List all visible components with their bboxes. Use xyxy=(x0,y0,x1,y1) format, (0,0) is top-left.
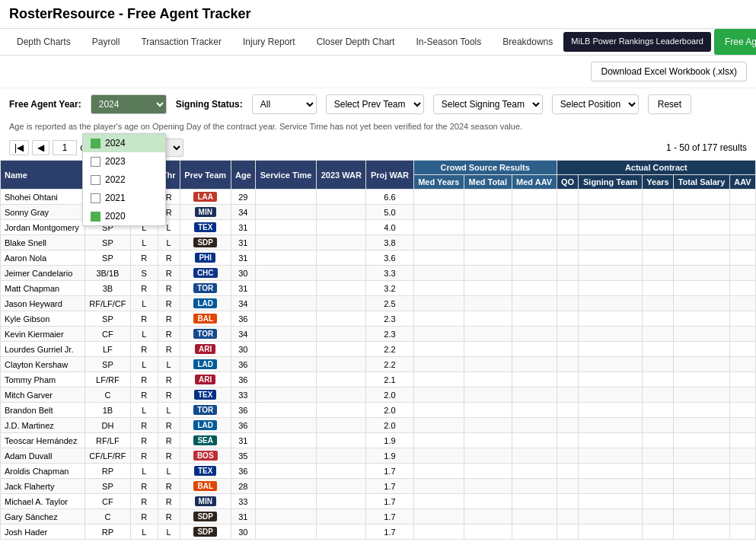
player-med-years xyxy=(413,235,464,250)
nav-injury-report[interactable]: Injury Report xyxy=(232,29,306,55)
team-badge: CHC xyxy=(193,268,218,278)
player-proj-war: 2.5 xyxy=(366,296,413,311)
player-qo xyxy=(557,494,579,509)
player-prev-team: TEX xyxy=(180,464,231,479)
first-page-button[interactable]: |◀ xyxy=(9,140,29,155)
player-med-aav xyxy=(512,190,557,205)
player-prev-team: LAD xyxy=(180,357,231,372)
checkbox-2022[interactable] xyxy=(91,175,100,185)
signing-status-select[interactable]: All Signed Unsigned xyxy=(252,94,317,114)
player-total-sal xyxy=(674,464,730,479)
position-select[interactable]: Select Position xyxy=(552,94,639,114)
player-signing-team xyxy=(579,403,643,418)
player-total-sal xyxy=(674,418,730,433)
dropdown-item-2023[interactable]: 2023 xyxy=(83,152,165,171)
th-years: Years xyxy=(643,175,674,190)
team-badge: MIN xyxy=(195,207,216,217)
player-qo xyxy=(557,418,579,433)
nav-in-season-tools[interactable]: In-Season Tools xyxy=(405,29,492,55)
player-aav xyxy=(729,190,755,205)
player-signing-team xyxy=(579,509,643,525)
player-name: Sonny Gray xyxy=(1,205,85,220)
player-name: Michael A. Taylor xyxy=(1,494,85,509)
signing-status-label: Signing Status: xyxy=(176,99,243,110)
player-signing-team xyxy=(579,357,643,372)
player-qo xyxy=(557,266,579,281)
player-signing-team xyxy=(579,342,643,357)
th-age: Age xyxy=(231,161,255,190)
player-pos: C xyxy=(85,509,130,525)
player-name: Kevin Kiermaier xyxy=(1,327,85,342)
player-bats: R xyxy=(131,479,158,494)
player-prev-team: BOS xyxy=(180,448,231,464)
checkbox-2023[interactable] xyxy=(91,157,100,167)
player-aav xyxy=(729,296,755,311)
th-proj-war: Proj WAR xyxy=(366,161,413,190)
player-signing-team xyxy=(579,296,643,311)
reset-button[interactable]: Reset xyxy=(648,94,691,114)
player-bats: R xyxy=(131,494,158,509)
player-signing-team xyxy=(579,311,643,327)
signing-team-select[interactable]: Select Signing Team xyxy=(433,94,543,114)
dropdown-item-2024[interactable]: 2024 xyxy=(83,134,165,152)
prev-page-button[interactable]: ◀ xyxy=(32,140,49,155)
player-age: 35 xyxy=(231,448,255,464)
player-total-sal xyxy=(674,525,730,540)
player-med-total xyxy=(464,403,512,418)
player-thr: R xyxy=(158,479,180,494)
player-med-years xyxy=(413,250,464,266)
player-years xyxy=(643,494,674,509)
dropdown-item-2021[interactable]: 2021 xyxy=(83,189,165,207)
player-proj-war: 1.7 xyxy=(366,509,413,525)
page-number-input[interactable]: 1 xyxy=(53,140,77,155)
player-med-total xyxy=(464,250,512,266)
player-total-sal xyxy=(674,327,730,342)
team-badge: ARI xyxy=(195,344,215,354)
year-dropdown[interactable]: 2024 2023 2022 2021 2020 xyxy=(82,133,166,226)
dropdown-item-2020[interactable]: 2020 xyxy=(83,207,165,225)
player-pos: SP xyxy=(85,250,130,266)
player-prev-team: LAD xyxy=(180,418,231,433)
nav-payroll[interactable]: Payroll xyxy=(81,29,131,55)
player-pos: RP xyxy=(85,464,130,479)
player-med-total xyxy=(464,357,512,372)
player-prev-team: TEX xyxy=(180,387,231,403)
player-med-years xyxy=(413,342,464,357)
player-name: Jason Heyward xyxy=(1,296,85,311)
player-med-years xyxy=(413,327,464,342)
player-prev-team: SDP xyxy=(180,235,231,250)
player-bats: L xyxy=(131,403,158,418)
player-med-years xyxy=(413,311,464,327)
player-prev-team: MIN xyxy=(180,494,231,509)
th-name: Name xyxy=(1,161,85,190)
year-select[interactable]: 2024 2023 2022 2021 2020 xyxy=(91,94,167,114)
dropdown-item-2022[interactable]: 2022 xyxy=(83,171,165,189)
player-years xyxy=(643,250,674,266)
player-aav xyxy=(729,509,755,525)
player-med-years xyxy=(413,357,464,372)
nav-breakdowns[interactable]: Breakdowns xyxy=(492,29,563,55)
player-service xyxy=(256,433,317,448)
player-qo xyxy=(557,372,579,387)
nav-closer-depth-chart[interactable]: Closer Depth Chart xyxy=(306,29,406,55)
player-aav xyxy=(729,387,755,403)
nav-milb[interactable]: MiLB Power Rankings Leaderboard xyxy=(563,32,711,51)
checkbox-2021[interactable] xyxy=(91,193,100,203)
player-med-years xyxy=(413,448,464,464)
prev-team-select[interactable]: Select Prev Team xyxy=(326,94,424,114)
table-row: Jack FlahertySPRRBAL281.7 xyxy=(1,479,756,494)
nav-depth-charts[interactable]: Depth Charts xyxy=(6,29,81,55)
player-qo xyxy=(557,220,579,235)
player-thr: R xyxy=(158,281,180,296)
nav-free-agent-tracker[interactable]: Free Agent Tracker xyxy=(714,29,756,55)
player-name: J.D. Martinez xyxy=(1,418,85,433)
player-name: Tommy Pham xyxy=(1,372,85,387)
player-proj-war: 4.0 xyxy=(366,220,413,235)
checkbox-2020[interactable] xyxy=(91,212,100,222)
player-service xyxy=(256,220,317,235)
checkbox-2024[interactable] xyxy=(91,139,100,148)
download-button[interactable]: Download Excel Workbook (.xlsx) xyxy=(591,62,747,81)
nav-transaction-tracker[interactable]: Transaction Tracker xyxy=(130,29,232,55)
player-name: Mitch Garver xyxy=(1,387,85,403)
player-med-total xyxy=(464,372,512,387)
